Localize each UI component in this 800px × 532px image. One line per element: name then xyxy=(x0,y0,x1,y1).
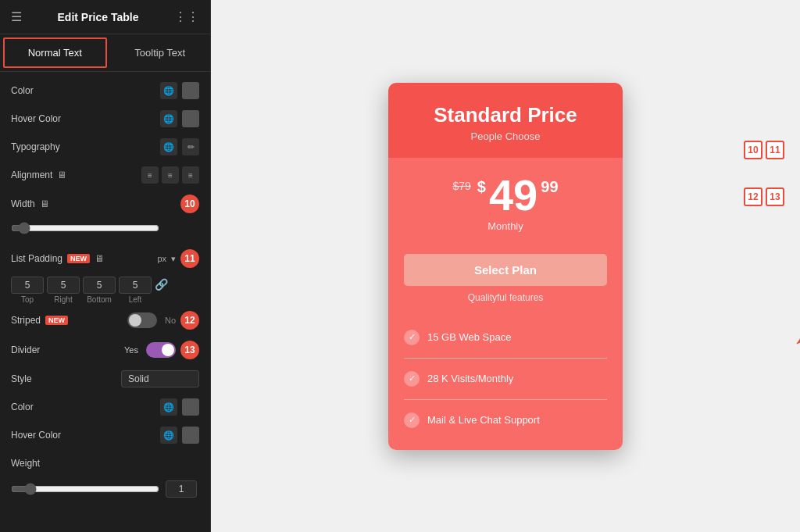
color-row: Color 🌐 xyxy=(0,77,210,105)
ann-badge-12: 12 xyxy=(744,187,762,206)
grid-icon[interactable]: ⋮⋮ xyxy=(174,9,199,24)
padding-top-label: Top xyxy=(21,295,34,304)
tab-row: Normal Text Tooltip Text xyxy=(0,34,210,72)
list-padding-header: List Padding NEW 🖥 px ▾ 11 xyxy=(0,244,210,273)
hover-color2-label: Hover Color xyxy=(11,430,61,441)
px-unit-label: px xyxy=(157,254,166,263)
left-panel: ☰ Edit Price Table ⋮⋮ Normal Text Toolti… xyxy=(0,0,211,532)
padding-left-field: 5 Left xyxy=(119,277,152,304)
panel-title: Edit Price Table xyxy=(58,11,139,23)
feature-item-2: ✓ 28 K Visits/Monthly xyxy=(404,365,607,393)
hover-color2-row: Hover Color 🌐 xyxy=(0,421,210,449)
card-header: Standard Price People Choose xyxy=(388,83,623,158)
divider-row: Divider Yes 13 xyxy=(0,335,210,365)
color2-swatch[interactable] xyxy=(182,398,199,416)
color-globe-btn[interactable]: 🌐 xyxy=(160,82,177,99)
hover-color2-swatch[interactable] xyxy=(182,427,199,444)
padding-top-input[interactable]: 5 xyxy=(11,277,44,294)
padding-right-label: Right xyxy=(54,295,72,304)
striped-row: Striped NEW No 12 xyxy=(0,305,210,335)
padding-left-input[interactable]: 5 xyxy=(119,277,152,294)
padding-inputs: 5 Top 5 Right 5 Bottom 5 Left 🔗 xyxy=(0,273,210,305)
ann-badge-10: 10 xyxy=(744,141,762,159)
color-swatch[interactable] xyxy=(182,82,199,99)
check-icon-2: ✓ xyxy=(404,371,420,387)
list-padding-badge: 11 xyxy=(180,249,199,268)
list-padding-label-group: List Padding NEW 🖥 xyxy=(11,253,104,264)
color2-row: Color 🌐 xyxy=(0,393,210,421)
annotation-top: 10 11 xyxy=(744,141,784,159)
striped-toggle-label: No xyxy=(165,316,176,325)
typography-controls: 🌐 ✏ xyxy=(160,138,199,155)
color2-globe-btn[interactable]: 🌐 xyxy=(160,398,177,416)
width-slider-row xyxy=(0,219,210,244)
feature-item-3: ✓ Mail & Live Chat Support xyxy=(404,406,607,434)
hover-color-globe-btn[interactable]: 🌐 xyxy=(160,110,177,127)
striped-badge: 12 xyxy=(180,311,199,330)
width-label: Width 🖥 xyxy=(11,198,49,209)
typography-pencil-btn[interactable]: ✏ xyxy=(182,138,199,155)
top-bar: ☰ Edit Price Table ⋮⋮ xyxy=(0,0,210,34)
old-price: $79 xyxy=(452,180,470,192)
card-select-section: Select Plan Qualityful features xyxy=(388,245,623,316)
weight-label: Weight xyxy=(11,458,40,469)
width-slider[interactable] xyxy=(11,222,159,234)
color2-controls: 🌐 xyxy=(160,398,199,416)
ann-badge-11: 11 xyxy=(766,141,784,159)
align-right-btn[interactable]: ≡ xyxy=(182,166,199,184)
hover-color-label: Hover Color xyxy=(11,113,61,124)
list-padding-monitor-icon: 🖥 xyxy=(95,253,104,264)
features-header: Qualityful features xyxy=(468,292,544,303)
feature-text-2: 28 K Visits/Monthly xyxy=(427,373,513,384)
padding-right-input[interactable]: 5 xyxy=(47,277,80,294)
price-period: Monthly xyxy=(404,220,607,232)
feature-text-3: Mail & Live Chat Support xyxy=(427,414,540,426)
style-row: Style Solid Dashed Dotted xyxy=(0,365,210,393)
feature-text-1: 15 GB Web Space xyxy=(427,331,511,343)
divider-toggle-knob xyxy=(162,344,174,356)
svg-line-2 xyxy=(797,205,800,344)
feature-divider-2 xyxy=(404,399,607,400)
divider-toggle-label: Yes xyxy=(124,345,138,355)
padding-bottom-input[interactable]: 5 xyxy=(83,277,116,294)
alignment-row: Alignment 🖥 ≡ ≡ ≡ xyxy=(0,161,210,189)
style-label: Style xyxy=(11,373,32,384)
price-row: $79 $ 49 99 xyxy=(404,173,607,217)
striped-label-group: Striped NEW xyxy=(11,315,68,326)
weight-slider-row: 1 xyxy=(0,477,210,507)
padding-bottom-field: 5 Bottom xyxy=(83,277,116,304)
weight-input[interactable]: 1 xyxy=(166,480,197,498)
check-icon-3: ✓ xyxy=(404,412,420,428)
divider-toggle[interactable] xyxy=(146,342,176,358)
padding-left-label: Left xyxy=(129,295,142,304)
link-icon[interactable]: 🔗 xyxy=(155,278,168,304)
padding-right-field: 5 Right xyxy=(47,277,80,304)
check-icon-1: ✓ xyxy=(404,330,420,345)
padding-top-field: 5 Top xyxy=(11,277,44,304)
align-center-btn[interactable]: ≡ xyxy=(162,166,179,184)
hover-color2-globe-btn[interactable]: 🌐 xyxy=(160,427,177,444)
typography-globe-btn[interactable]: 🌐 xyxy=(160,138,177,155)
weight-slider[interactable] xyxy=(11,483,159,495)
width-row: Width 🖥 10 xyxy=(0,189,210,219)
typography-row: Typography 🌐 ✏ xyxy=(0,133,210,161)
align-left-btn[interactable]: ≡ xyxy=(141,166,159,184)
alignment-label: Alignment 🖥 xyxy=(11,170,66,180)
hover-color-swatch[interactable] xyxy=(182,110,199,127)
hover-color-row: Hover Color 🌐 xyxy=(0,105,210,133)
tab-tooltip-text[interactable]: Tooltip Text xyxy=(110,34,211,71)
style-select[interactable]: Solid Dashed Dotted xyxy=(121,370,199,387)
select-plan-button[interactable]: Select Plan xyxy=(404,254,607,286)
color-controls: 🌐 xyxy=(160,82,199,99)
hamburger-icon[interactable]: ☰ xyxy=(11,9,22,24)
tab-normal-text[interactable]: Normal Text xyxy=(3,37,107,68)
price-card: Standard Price People Choose $79 $ 49 99… xyxy=(388,83,623,450)
panel-content: Color 🌐 Hover Color 🌐 Typography 🌐 ✏ xyxy=(0,72,210,532)
striped-toggle[interactable] xyxy=(127,312,157,328)
width-badge: 10 xyxy=(180,195,199,213)
color2-label: Color xyxy=(11,402,34,412)
card-subtitle: People Choose xyxy=(404,130,607,142)
width-monitor-icon: 🖥 xyxy=(40,198,49,209)
px-dropdown[interactable]: ▾ xyxy=(171,254,176,264)
price-main: 49 xyxy=(489,173,538,217)
